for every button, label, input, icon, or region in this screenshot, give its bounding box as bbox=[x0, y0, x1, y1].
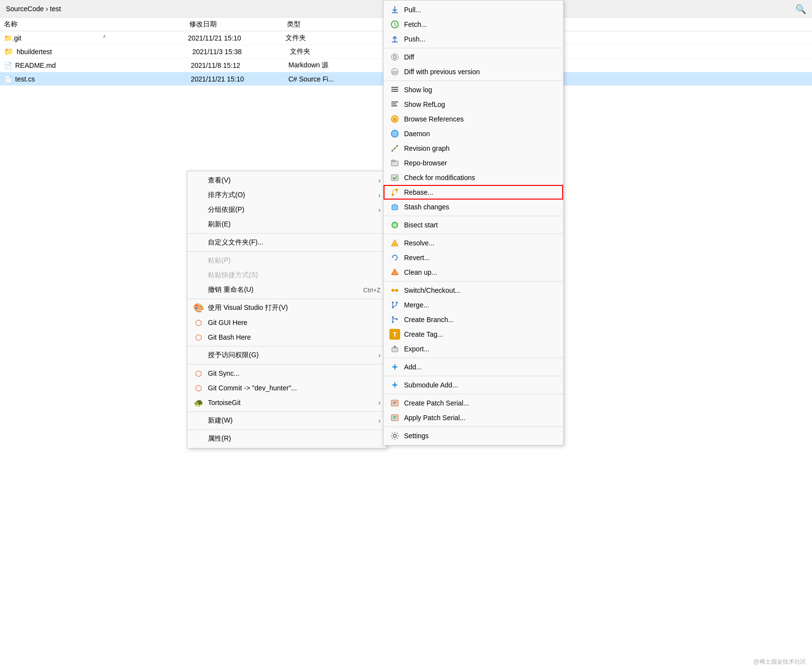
svg-text:D2: D2 bbox=[392, 70, 398, 75]
svg-rect-12 bbox=[391, 105, 397, 106]
ctx-stash[interactable]: Stash changes bbox=[384, 200, 563, 214]
svg-line-19 bbox=[392, 148, 395, 151]
svg-rect-26 bbox=[392, 205, 398, 210]
stash-icon bbox=[389, 202, 400, 212]
ctx-merge[interactable]: Merge... bbox=[384, 298, 563, 312]
ctx-apply-patch[interactable]: Apply Patch Serial... bbox=[384, 410, 563, 425]
ctx-properties[interactable]: 属性(R) bbox=[187, 431, 386, 446]
ctx-fetch[interactable]: Fetch... bbox=[384, 17, 563, 32]
create-patch-icon bbox=[389, 398, 400, 408]
ctx-create-tag[interactable]: T Create Tag... bbox=[384, 327, 563, 342]
create-branch-icon bbox=[389, 314, 400, 325]
ctx-refresh[interactable]: 刷新(E) bbox=[187, 217, 386, 232]
ctx-sort[interactable]: 排序方式(O) › bbox=[187, 188, 386, 203]
file-type: 文件夹 bbox=[290, 47, 387, 56]
ctx-diff-prev[interactable]: D2 Diff with previous version bbox=[384, 64, 563, 79]
push-icon bbox=[389, 34, 400, 44]
ctx-export[interactable]: Export... bbox=[384, 342, 563, 356]
search-icon[interactable]: 🔍 bbox=[795, 4, 806, 15]
svg-point-33 bbox=[395, 289, 398, 292]
ctx-check-mods[interactable]: Check for modifications bbox=[384, 170, 563, 185]
folder-icon: 📁 bbox=[4, 47, 14, 56]
ctx-create-patch[interactable]: Create Patch Serial... bbox=[384, 396, 563, 410]
settings-icon bbox=[389, 430, 400, 441]
ctx-switch[interactable]: Switch/Checkout... bbox=[384, 283, 563, 298]
export-icon bbox=[389, 344, 400, 354]
svg-line-20 bbox=[395, 146, 397, 148]
svg-rect-42 bbox=[391, 400, 398, 406]
git-sync-icon: ⬡ bbox=[193, 368, 204, 379]
properties-icon bbox=[193, 433, 204, 444]
file-date: 2021/11/21 15:10 bbox=[191, 75, 288, 83]
ctx-git-commit[interactable]: ⬡ Git Commit -> "dev_hunter"... bbox=[187, 381, 386, 395]
ctx-push[interactable]: Push... bbox=[384, 32, 563, 46]
svg-point-24 bbox=[392, 194, 394, 196]
ctx-view[interactable]: 查看(V) › bbox=[187, 173, 386, 188]
file-name: test.cs bbox=[15, 75, 191, 83]
ctx-add[interactable]: + Add... bbox=[384, 360, 563, 374]
arrow-icon: › bbox=[378, 191, 381, 199]
ctx-browse-refs[interactable]: B Browse References bbox=[384, 112, 563, 126]
ctx-repo-browser[interactable]: Repo-browser bbox=[384, 156, 563, 170]
ctx-show-log[interactable]: Show log bbox=[384, 82, 563, 97]
ctx-diff[interactable]: D Diff bbox=[384, 50, 563, 64]
pull-icon bbox=[389, 4, 400, 15]
ctx-cleanup[interactable]: Clean up... bbox=[384, 265, 563, 280]
ctx-revert[interactable]: Revert... bbox=[384, 250, 563, 265]
ctx-git-sync[interactable]: ⬡ Git Sync... bbox=[187, 366, 386, 381]
ctx-access[interactable]: 授予访问权限(G) › bbox=[187, 348, 386, 363]
separator bbox=[187, 251, 386, 252]
ctx-show-reflog[interactable]: Show RefLog bbox=[384, 97, 563, 112]
separator bbox=[187, 429, 386, 430]
separator bbox=[384, 394, 563, 394]
ctx-paste: 粘贴(P) bbox=[187, 253, 386, 268]
ctx-rebase[interactable]: Rebase... bbox=[384, 185, 563, 200]
diff-prev-icon: D2 bbox=[389, 66, 400, 77]
svg-point-44 bbox=[393, 434, 396, 437]
merge-icon bbox=[389, 300, 400, 310]
ctx-tortoisegit[interactable]: 🐢 TortoiseGit › bbox=[187, 395, 386, 410]
ctx-group[interactable]: 分组依据(P) › bbox=[187, 203, 386, 217]
cleanup-icon bbox=[389, 267, 400, 278]
svg-rect-8 bbox=[391, 89, 398, 90]
ctx-revision-graph[interactable]: Revision graph bbox=[384, 141, 563, 156]
breadcrumb: SourceCode › test bbox=[6, 5, 61, 13]
ctx-git-bash[interactable]: ⬡ Git Bash Here bbox=[187, 330, 386, 345]
svg-text:!: ! bbox=[394, 242, 396, 246]
separator bbox=[384, 426, 563, 427]
diff-icon: D bbox=[389, 52, 400, 62]
paste-shortcut-icon bbox=[193, 270, 204, 281]
svg-rect-11 bbox=[391, 103, 396, 104]
svg-point-32 bbox=[391, 289, 394, 292]
col-header-date: 修改日期 bbox=[189, 20, 287, 29]
ctx-open-vs[interactable]: 🎨 使用 Visual Studio 打开(V) bbox=[187, 301, 386, 315]
ctx-pull[interactable]: Pull... bbox=[384, 2, 563, 17]
refresh-icon bbox=[193, 219, 204, 230]
svg-rect-9 bbox=[391, 91, 398, 92]
svg-rect-7 bbox=[391, 87, 398, 88]
file-date: 2021/11/3 15:38 bbox=[192, 48, 290, 56]
svg-text:D: D bbox=[393, 55, 396, 60]
ctx-create-branch[interactable]: Create Branch... bbox=[384, 312, 563, 327]
ctx-new[interactable]: 新建(W) › bbox=[187, 413, 386, 428]
doc-icon: 📄 bbox=[4, 75, 12, 83]
context-menu-left: 查看(V) › 排序方式(O) › 分组依据(P) › 刷新(E) 自定义文件夹… bbox=[187, 171, 387, 448]
shortcut-label: Ctrl+Z bbox=[363, 286, 381, 294]
ctx-custom-folder[interactable]: 自定义文件夹(F)... bbox=[187, 235, 386, 250]
svg-text:B: B bbox=[393, 223, 396, 228]
paste-icon bbox=[193, 255, 204, 266]
separator bbox=[187, 411, 386, 412]
svg-rect-23 bbox=[391, 175, 398, 181]
ctx-daemon[interactable]: Daemon bbox=[384, 126, 563, 141]
ctx-resolve[interactable]: ! Resolve... bbox=[384, 236, 563, 250]
ctx-undo-rename[interactable]: 撤销 重命名(U) Ctrl+Z bbox=[187, 283, 386, 297]
ctx-bisect[interactable]: B Bisect start bbox=[384, 218, 563, 232]
svg-marker-31 bbox=[391, 269, 398, 275]
separator bbox=[187, 346, 386, 346]
ctx-settings[interactable]: Settings bbox=[384, 428, 563, 443]
ctx-git-gui[interactable]: ⬡ Git GUI Here bbox=[187, 315, 386, 330]
svg-rect-10 bbox=[391, 102, 398, 102]
col-header-type: 类型 bbox=[287, 20, 385, 29]
access-icon bbox=[193, 350, 204, 361]
ctx-submodule-add[interactable]: + Submodule Add... bbox=[384, 378, 563, 392]
